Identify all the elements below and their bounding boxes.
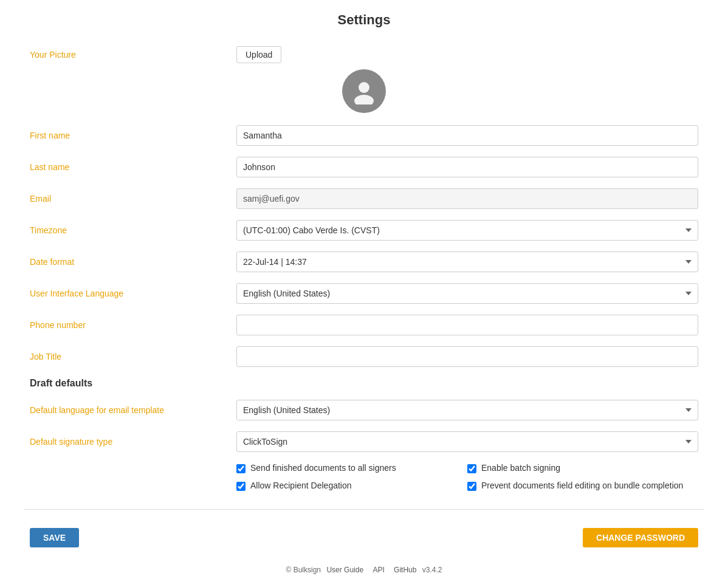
ui-language-select[interactable]: English (United States): [236, 283, 698, 304]
default-signature-type-label: Default signature type: [30, 437, 236, 447]
send-finished-label: Send finished documents to all signers: [250, 463, 396, 473]
first-name-label: First name: [30, 131, 236, 140]
divider: [24, 509, 704, 510]
footer-links: © Bulksign User Guide API GitHub v3.4.2: [24, 566, 704, 574]
user-guide-link[interactable]: User Guide: [326, 566, 363, 574]
default-language-label: Default language for email template: [30, 405, 236, 415]
timezone-select[interactable]: (UTC-01:00) Cabo Verde Is. (CVST): [236, 220, 698, 241]
email-label: Email: [30, 194, 236, 204]
default-language-row: Default language for email template Engl…: [30, 400, 698, 420]
date-format-row: Date format 22-Jul-14 | 14:37: [30, 252, 698, 272]
allow-delegation-checkbox[interactable]: [236, 482, 246, 491]
svg-point-1: [354, 95, 374, 104]
prevent-editing-label: Prevent documents field editing on bundl…: [481, 481, 683, 490]
job-title-label: Job Title: [30, 352, 236, 361]
footer-buttons: SAVE CHANGE PASSWORD: [30, 528, 698, 547]
allow-delegation-label: Allow Recipient Delegation: [250, 481, 352, 490]
copyright-text: © Bulksign: [286, 566, 321, 574]
prevent-editing-checkbox[interactable]: [467, 482, 476, 491]
svg-point-0: [359, 82, 369, 93]
enable-batch-label: Enable batch signing: [481, 463, 560, 473]
version-text: v3.4.2: [422, 566, 442, 574]
email-input: [236, 188, 698, 209]
first-name-row: First name: [30, 125, 698, 146]
avatar: [342, 69, 386, 113]
default-signature-type-row: Default signature type ClickToSign: [30, 431, 698, 452]
change-password-button[interactable]: CHANGE PASSWORD: [583, 528, 698, 547]
checkbox-send-finished: Send finished documents to all signers: [236, 463, 467, 473]
phone-number-input[interactable]: [236, 315, 698, 335]
github-link[interactable]: GitHub: [394, 566, 416, 574]
checkbox-allow-delegation: Allow Recipient Delegation: [236, 481, 467, 491]
ui-language-row: User Interface Language English (United …: [30, 283, 698, 304]
checkboxes-area: Send finished documents to all signers E…: [236, 463, 698, 491]
job-title-input[interactable]: [236, 346, 698, 367]
last-name-input[interactable]: [236, 157, 698, 177]
phone-number-row: Phone number: [30, 315, 698, 335]
draft-defaults-heading: Draft defaults: [30, 378, 698, 389]
timezone-label: Timezone: [30, 225, 236, 235]
save-button[interactable]: SAVE: [30, 528, 79, 547]
checkbox-enable-batch: Enable batch signing: [467, 463, 698, 473]
email-row: Email: [30, 188, 698, 209]
default-language-select[interactable]: English (United States): [236, 400, 698, 420]
last-name-label: Last name: [30, 162, 236, 172]
user-icon: [351, 78, 377, 104]
default-signature-type-select[interactable]: ClickToSign: [236, 431, 698, 452]
job-title-row: Job Title: [30, 346, 698, 367]
enable-batch-checkbox[interactable]: [467, 464, 476, 473]
api-link[interactable]: API: [373, 566, 384, 574]
phone-number-label: Phone number: [30, 320, 236, 330]
checkbox-prevent-editing: Prevent documents field editing on bundl…: [467, 481, 698, 491]
last-name-row: Last name: [30, 157, 698, 177]
send-finished-checkbox[interactable]: [236, 464, 246, 473]
ui-language-label: User Interface Language: [30, 289, 236, 298]
upload-button[interactable]: Upload: [236, 46, 281, 63]
page-title: Settings: [24, 12, 704, 28]
date-format-select[interactable]: 22-Jul-14 | 14:37: [236, 252, 698, 272]
picture-label: Your Picture: [30, 46, 236, 60]
first-name-input[interactable]: [236, 125, 698, 146]
timezone-row: Timezone (UTC-01:00) Cabo Verde Is. (CVS…: [30, 220, 698, 241]
date-format-label: Date format: [30, 257, 236, 267]
